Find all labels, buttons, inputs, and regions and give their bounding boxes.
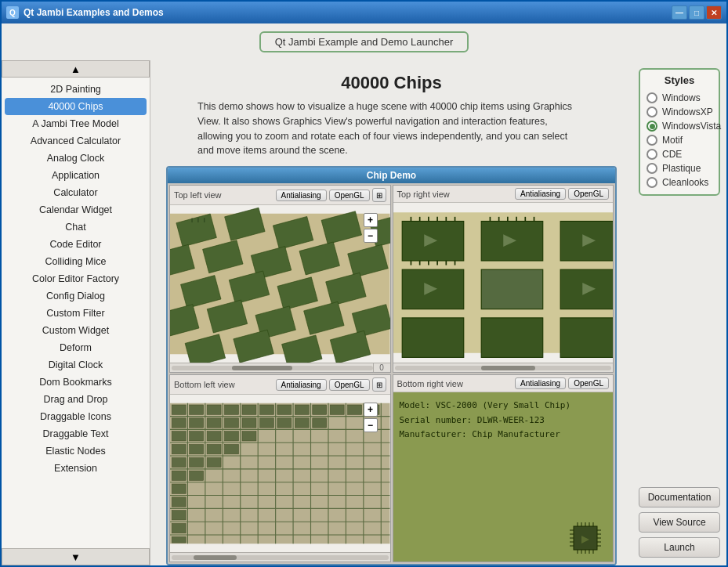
bottom-right-antialiasing-button[interactable]: Antialiasing <box>515 377 566 389</box>
bottom-left-opengl-button[interactable]: OpenGL <box>329 379 370 391</box>
sidebar-item-analogclock[interactable]: Analog Clock <box>2 150 150 167</box>
top-right-canvas[interactable] <box>393 203 614 363</box>
svg-rect-114 <box>190 457 204 467</box>
svg-rect-112 <box>225 444 239 453</box>
sidebar-item-customwidget[interactable]: Custom Widget <box>2 322 150 339</box>
bottom-right-title: Bottom right view <box>397 379 463 388</box>
sidebar-item-digitalclock[interactable]: Digital Clock <box>2 356 150 374</box>
styles-title: Styles <box>647 74 712 86</box>
top-right-antialiasing-button[interactable]: Antialiasing <box>515 188 566 200</box>
svg-rect-85 <box>207 405 221 414</box>
style-option-cleanlooks[interactable]: Cleanlooks <box>647 175 712 190</box>
sidebar-item-chat[interactable]: Chat <box>2 218 150 236</box>
sidebar-item-deform[interactable]: Deform <box>2 339 150 356</box>
svg-rect-86 <box>225 405 239 414</box>
sidebar-item-application[interactable]: Application <box>2 167 150 184</box>
style-option-plastique[interactable]: Plastique <box>647 161 712 175</box>
documentation-button[interactable]: Documentation <box>639 487 720 507</box>
svg-rect-105 <box>190 432 204 441</box>
top-right-hscrollbar-track[interactable] <box>395 366 612 370</box>
sidebar-item-advancedcalculator[interactable]: Advanced Calculator <box>2 132 150 150</box>
view-source-button[interactable]: View Source <box>639 512 720 533</box>
top-left-title: Top left view <box>174 190 222 200</box>
svg-rect-122 <box>172 536 186 543</box>
top-left-hscrollbar-track[interactable] <box>172 366 373 370</box>
style-option-windowsxp[interactable]: WindowsXP <box>647 105 712 119</box>
svg-rect-103 <box>313 418 327 428</box>
demo-description: This demo shows how to visualize a huge … <box>150 99 632 166</box>
bottom-right-opengl-button[interactable]: OpenGL <box>568 377 609 389</box>
top-right-hscrollbar-thumb[interactable] <box>481 366 535 370</box>
style-radio-windowsxp[interactable] <box>647 107 657 117</box>
sidebar-scroll-down[interactable]: ▼ <box>2 548 150 565</box>
sidebar-item-configdialog[interactable]: Config Dialog <box>2 287 150 305</box>
sidebar-item-elasticnodes[interactable]: Elastic Nodes <box>2 442 150 460</box>
top-right-title: Top right view <box>397 190 450 199</box>
main-window: Q Qt Jambi Examples and Demos — □ ✕ Qt J… <box>0 0 728 567</box>
svg-rect-84 <box>190 405 204 414</box>
style-radio-cde[interactable] <box>647 149 657 160</box>
close-button[interactable]: ✕ <box>706 5 722 20</box>
sidebar-item-collidingmice[interactable]: Colliding Mice <box>2 253 150 270</box>
sidebar-scroll-up[interactable]: ▲ <box>2 60 150 78</box>
bottom-left-antialiasing-button[interactable]: Antialiasing <box>276 379 327 391</box>
sidebar-item-calculator[interactable]: Calculator <box>2 184 150 201</box>
bottom-left-zoom-in[interactable]: + <box>364 403 378 417</box>
sidebar-item-extension[interactable]: Extension <box>2 460 150 477</box>
minimize-button[interactable]: — <box>672 5 687 20</box>
maximize-button[interactable]: □ <box>689 5 704 20</box>
top-left-canvas[interactable]: + − <box>170 205 390 363</box>
top-left-screenshot-icon[interactable]: ⊞ <box>372 188 386 202</box>
titlebar-left: Q Qt Jambi Examples and Demos <box>6 6 164 19</box>
sidebar-item-coloreditorfactory[interactable]: Color Editor Factory <box>2 270 150 287</box>
bottom-left-hscrollbar-thumb[interactable] <box>194 555 237 560</box>
bottom-right-canvas[interactable]: Model: VSC-2000 (Very Small Chip) Serial… <box>393 392 614 562</box>
sidebar-item-calendarwidget[interactable]: Calendar Widget <box>2 201 150 218</box>
top-left-opengl-button[interactable]: OpenGL <box>329 190 370 201</box>
banner-label: Qt Jambi Example and Demo Launcher <box>259 31 469 52</box>
top-right-hscrollbar[interactable] <box>393 363 614 372</box>
svg-rect-101 <box>277 418 292 428</box>
bottom-left-hscrollbar[interactable] <box>170 552 390 562</box>
bottom-left-screenshot-icon[interactable]: ⊞ <box>372 377 386 392</box>
top-left-zoom-out[interactable]: − <box>364 229 378 243</box>
bottom-left-canvas[interactable]: + − <box>170 395 390 552</box>
style-option-windows[interactable]: Windows <box>647 91 712 105</box>
sidebar-item-draggableicons[interactable]: Draggable Icons <box>2 408 150 425</box>
style-radio-cleanlooks[interactable] <box>647 177 657 188</box>
sidebar-item-jambittreemodel[interactable]: A Jambi Tree Model <box>2 115 150 132</box>
sidebar-item-draggabletext[interactable]: Draggable Text <box>2 425 150 442</box>
sidebar-item-codeeditor[interactable]: Code Editor <box>2 236 150 253</box>
bottom-left-zoom-out[interactable]: − <box>364 418 378 432</box>
svg-rect-83 <box>172 405 186 414</box>
chip-model-line: Model: VSC-2000 (Very Small Chip) <box>400 399 607 414</box>
style-label-plastique: Plastique <box>662 163 701 174</box>
style-label-motif: Motif <box>662 135 683 146</box>
style-option-cde[interactable]: CDE <box>647 147 712 161</box>
top-left-antialiasing-button[interactable]: Antialiasing <box>276 190 327 201</box>
style-radio-plastique[interactable] <box>647 163 657 174</box>
bottom-left-hscrollbar-track[interactable] <box>172 555 389 560</box>
sidebar-item-dombookmarks[interactable]: Dom Bookmarks <box>2 374 150 391</box>
style-radio-windowsvista[interactable] <box>647 121 657 132</box>
top-left-zoom-controls: + − <box>364 213 378 243</box>
sidebar-item-draganddrop[interactable]: Drag and Drop <box>2 391 150 408</box>
top-left-hscrollbar-thumb[interactable] <box>232 366 292 370</box>
sidebar-list: 2D Painting 40000 Chips A Jambi Tree Mod… <box>2 78 150 548</box>
style-radio-motif[interactable] <box>647 135 657 146</box>
style-option-motif[interactable]: Motif <box>647 133 712 147</box>
chip-manufacturer-line: Manufacturer: Chip Manufacturer <box>400 428 607 442</box>
sidebar-item-40000chips[interactable]: 40000 Chips <box>5 98 147 115</box>
svg-rect-106 <box>207 432 221 441</box>
sidebar-item-2dpainting[interactable]: 2D Painting <box>2 81 150 98</box>
launch-button[interactable]: Launch <box>639 537 720 558</box>
style-option-windowsvista[interactable]: WindowsVista <box>647 119 712 133</box>
titlebar-controls[interactable]: — □ ✕ <box>672 5 722 20</box>
svg-rect-120 <box>172 511 186 520</box>
top-left-zoom-in[interactable]: + <box>364 213 378 227</box>
top-right-opengl-button[interactable]: OpenGL <box>568 188 609 200</box>
sidebar-item-customfilter[interactable]: Custom Filter <box>2 305 150 322</box>
top-left-hscrollbar[interactable]: 0 <box>170 363 390 372</box>
bottom-left-zoom-controls: + − <box>364 403 378 432</box>
style-radio-windows[interactable] <box>647 92 657 103</box>
